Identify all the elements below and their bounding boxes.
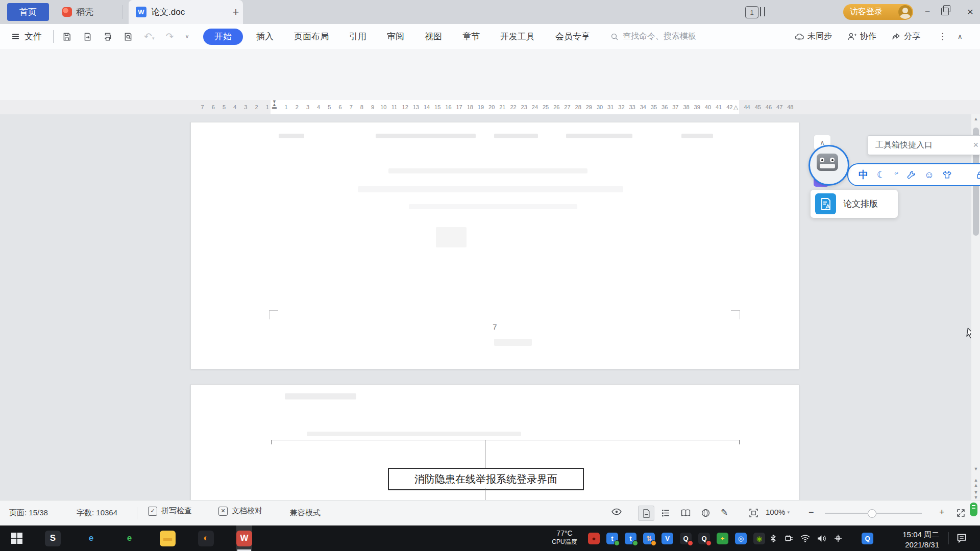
power-plug-icon[interactable] bbox=[783, 535, 793, 542]
ribbon-tab[interactable]: 视图 bbox=[414, 24, 452, 49]
taskbar-app-ie[interactable]: e bbox=[83, 525, 99, 551]
document-page-7[interactable]: 7 bbox=[190, 122, 799, 369]
window-count-badge[interactable]: 1 bbox=[745, 6, 758, 18]
guest-login-button[interactable]: 访客登录 bbox=[843, 4, 913, 20]
ribbon-tab[interactable]: 会员专享 bbox=[545, 24, 600, 49]
lock-icon[interactable] bbox=[976, 171, 980, 179]
skin-shirt-icon[interactable] bbox=[943, 171, 951, 179]
previous-page-button[interactable]: ▲▲ bbox=[971, 478, 980, 488]
diagram-node[interactable]: 消防隐患在线举报系统登录界面 bbox=[388, 468, 584, 490]
home-tab[interactable]: 首页 bbox=[7, 3, 49, 21]
cpu-temp-widget[interactable]: 77°C CPU温度 bbox=[543, 529, 586, 546]
zoom-in-button[interactable]: + bbox=[939, 507, 945, 518]
ruler[interactable]: 7654321 12345678910111213141516171819202… bbox=[0, 100, 980, 114]
compat-mode-label[interactable]: 兼容模式 bbox=[290, 508, 321, 518]
close-button[interactable]: × bbox=[963, 5, 978, 19]
taskbar-app-browser-360[interactable]: e bbox=[121, 525, 137, 551]
page-indicator[interactable]: 页面: 15/38 bbox=[9, 508, 48, 518]
scroll-down-arrow[interactable]: ▼ bbox=[971, 466, 980, 471]
wifi-icon[interactable] bbox=[800, 535, 810, 542]
zoom-level-select[interactable]: 100%▾ bbox=[766, 508, 790, 516]
new-tab-button[interactable]: + bbox=[229, 5, 243, 19]
docer-tab[interactable]: 稻壳 bbox=[55, 0, 101, 24]
ribbon-tab[interactable]: 章节 bbox=[452, 24, 490, 49]
indent-marker[interactable]: ▼▲▬ bbox=[272, 101, 277, 109]
ribbon-tab[interactable]: 开发工具 bbox=[490, 24, 545, 49]
export-button[interactable] bbox=[83, 32, 92, 41]
tray-icon-qq-1[interactable]: Q bbox=[680, 533, 692, 544]
minimize-button[interactable]: − bbox=[920, 5, 935, 18]
file-menu-button[interactable]: 文件 bbox=[11, 24, 42, 49]
collab-button[interactable]: 协作 bbox=[847, 24, 876, 49]
spell-check-toggle[interactable]: ✓ 拼写检查 bbox=[148, 506, 192, 516]
doc-proof-toggle[interactable]: ✕ 文档校对 bbox=[218, 506, 262, 516]
scroll-up-arrow[interactable]: ▲ bbox=[971, 116, 980, 121]
ribbon-tab[interactable]: 引用 bbox=[339, 24, 377, 49]
voice-icon[interactable]: °' bbox=[894, 171, 898, 179]
ribbon-tab[interactable]: 开始 bbox=[203, 29, 243, 45]
taskbar-app-firefox[interactable]: ◐ bbox=[198, 525, 214, 551]
clock[interactable]: 15:04 周二 2021/8/31 bbox=[883, 530, 939, 550]
next-page-button[interactable]: ▼▼ bbox=[971, 490, 980, 500]
sync-status[interactable]: 未同步 bbox=[794, 24, 832, 49]
right-margin-marker[interactable]: △ bbox=[733, 104, 738, 111]
toolbox-quickbar[interactable]: 中 ☾ °' ☺ bbox=[847, 163, 980, 186]
save-button[interactable] bbox=[62, 32, 71, 41]
zoom-slider[interactable] bbox=[825, 513, 922, 514]
document-tab[interactable]: W 论文.doc bbox=[129, 0, 243, 24]
redo-button[interactable]: ↷ bbox=[165, 31, 174, 42]
apps-grid-icon[interactable] bbox=[960, 171, 968, 179]
zoom-out-button[interactable]: − bbox=[808, 507, 814, 518]
tray-icon-sync-tool[interactable]: ⇅ bbox=[643, 533, 655, 544]
tray-icon-shield[interactable]: V bbox=[662, 533, 673, 544]
paper-typeset-card[interactable]: 论文排版 bbox=[811, 190, 898, 218]
tray-icon-green-shield[interactable]: + bbox=[717, 533, 728, 544]
tray-icon-nvidia[interactable]: ◉ bbox=[753, 533, 765, 544]
print-button[interactable] bbox=[103, 32, 112, 41]
tools-wrench-icon[interactable] bbox=[907, 170, 916, 179]
volume-icon[interactable] bbox=[817, 535, 827, 542]
assistant-robot-avatar[interactable] bbox=[808, 145, 849, 186]
word-count[interactable]: 字数: 10364 bbox=[77, 508, 117, 518]
tray-icon-antivirus[interactable]: ● bbox=[588, 533, 600, 544]
command-search[interactable]: 查找命令、搜索模板 bbox=[610, 24, 696, 49]
fit-page-button[interactable] bbox=[749, 509, 758, 517]
night-mode-icon[interactable]: ☾ bbox=[877, 169, 886, 181]
spell-check-icon: ✓ bbox=[148, 507, 157, 516]
eye-protect-button[interactable] bbox=[611, 508, 622, 515]
sidebar-gadget-icon[interactable] bbox=[970, 503, 977, 516]
crosshair-icon[interactable] bbox=[834, 534, 842, 542]
tray-icon-thunder-1[interactable]: t bbox=[606, 533, 618, 544]
smiley-icon[interactable]: ☺ bbox=[924, 169, 934, 181]
ribbon-tab[interactable]: 审阅 bbox=[377, 24, 414, 49]
qq-tray-icon-qq-main[interactable]: Q bbox=[862, 533, 873, 544]
tray-icon-octagon-app[interactable]: ◎ bbox=[735, 533, 747, 544]
taskbar-app-sogou[interactable]: S bbox=[45, 525, 61, 551]
collapse-ribbon-button[interactable]: ∧ bbox=[958, 24, 963, 49]
start-button[interactable] bbox=[11, 525, 22, 551]
page-view-button[interactable] bbox=[638, 506, 654, 521]
undo-button[interactable]: ↶▾ bbox=[144, 31, 154, 42]
fullscreen-button[interactable] bbox=[957, 509, 965, 517]
more-options-button[interactable]: ⋮ bbox=[938, 24, 947, 49]
qat-more-button[interactable]: ∨ bbox=[185, 33, 189, 40]
tooltip-close-icon[interactable]: × bbox=[973, 140, 978, 151]
share-button[interactable]: 分享 bbox=[891, 24, 920, 49]
taskbar-app-explorer[interactable]: ▬ bbox=[160, 525, 176, 551]
tray-icon-qq-2[interactable]: Q bbox=[698, 533, 710, 544]
chinese-lang-icon[interactable]: 中 bbox=[859, 168, 868, 182]
bluetooth-icon[interactable] bbox=[770, 534, 776, 543]
ribbon-tab[interactable]: 页面布局 bbox=[284, 24, 339, 49]
read-view-button[interactable] bbox=[681, 509, 691, 517]
web-view-button[interactable] bbox=[701, 509, 710, 517]
zoom-slider-knob[interactable] bbox=[868, 509, 876, 518]
ink-pencil-button[interactable]: ✎ bbox=[721, 507, 728, 518]
outline-view-button[interactable] bbox=[662, 509, 670, 517]
action-center-button[interactable] bbox=[957, 525, 967, 551]
taskbar-app-wps[interactable]: W bbox=[236, 525, 252, 551]
print-preview-button[interactable] bbox=[124, 32, 133, 41]
tray-icon-thunder-2[interactable]: t bbox=[625, 533, 636, 544]
document-page-8[interactable]: 消防隐患在线举报系统登录界面 bbox=[190, 384, 799, 500]
ribbon-tab[interactable]: 插入 bbox=[246, 24, 284, 49]
restore-button[interactable] bbox=[941, 8, 949, 15]
